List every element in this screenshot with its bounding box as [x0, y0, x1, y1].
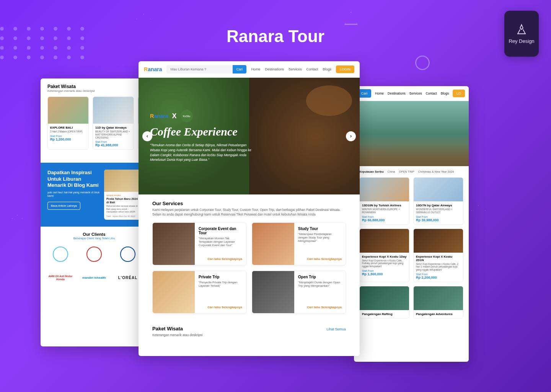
clients-sub: Beberapa Client Yang Telah Libu [46, 237, 142, 240]
service-desc: "Penyedia Private Trip dengan Layanan Te… [199, 281, 242, 305]
service-desc: "Menjelajahi Dunia dengan Open Trip yang… [298, 281, 342, 305]
pkg-card[interactable]: Pangalengan Adventures [413, 286, 463, 318]
login-button[interactable]: LOGIN [336, 65, 354, 73]
pkg-card[interactable]: 10D/7N by Qatar Airways WONDERFUL SWITZE… [413, 177, 463, 225]
service-image [252, 223, 294, 265]
carousel-next-button[interactable] [346, 131, 356, 141]
client-logo: L'ORÉAL [113, 268, 142, 287]
nav-services[interactable]: Services [289, 67, 302, 71]
clients-title: Our Clients [46, 232, 142, 237]
pkg-desc: WONDERFUL SWITZERLAND + SERAVALLE OUTLET [416, 208, 461, 214]
left-preview-card: Paket Wisata Keterangan menarik atau des… [41, 78, 148, 346]
blog-heading: Dapatkan Inspirasi Untuk Liburan Menarik… [47, 170, 99, 188]
hero-logo: Ranara [150, 113, 168, 119]
cat-item[interactable]: Christmas & New Year 2024 [418, 170, 454, 173]
service-image [153, 223, 195, 265]
client-logo: AHM Oli Asli Motor Honda [46, 268, 75, 287]
blog-excerpt: Rekomendasi tempat wisata di Bali yang s… [106, 205, 139, 214]
pkg-title: EXPLORE BALI [50, 126, 86, 129]
pkg-title: 11D by Qatar Airways [95, 126, 131, 129]
page-title: Ranara Tour [0, 27, 551, 46]
cat-item[interactable]: China [388, 170, 395, 173]
service-card[interactable]: Study Tour "Melampaui Pembelajaran denga… [252, 222, 346, 265]
client-logo [113, 245, 142, 264]
cat-item[interactable]: OPEN TRIP [399, 170, 414, 173]
pkg-card[interactable]: EXPLORE BALI 3 Hari 2 Malam [OPEN TRIP] … [47, 96, 89, 150]
cat-item[interactable]: Kepulauan Seribu [359, 170, 384, 173]
clients-section: Our Clients Beberapa Client Yang Telah L… [41, 227, 148, 293]
pkg-image [414, 178, 463, 201]
pkg-price: Rp 66,888,000 [362, 218, 407, 222]
pkg-title: Pangalengan Adventures [416, 312, 461, 316]
pkg-image [48, 97, 88, 124]
service-card[interactable]: Private Trip "Penyedia Private Trip deng… [152, 271, 246, 314]
blog-promo-band: Dapatkan Inspirasi Untuk Liburan Menarik… [41, 163, 148, 227]
services-sub: Kami melayani perjalanan untuk Corporate… [152, 208, 346, 217]
see-all-link[interactable]: Lihat Semua [326, 327, 346, 331]
logo[interactable]: Ranara [144, 66, 162, 72]
nav-contact[interactable]: Contact [425, 91, 437, 95]
pen-icon [516, 24, 527, 35]
badge-label: Rey Design [509, 38, 534, 44]
paket-sub: Keterangan menarik atau deskripsi [47, 89, 141, 93]
start-from-label: Start From [50, 135, 86, 137]
collab-x: X [172, 112, 176, 120]
pkg-image [414, 229, 463, 253]
pkg-desc: 3 Hari 2 Malam [OPEN TRIP] [50, 130, 86, 133]
pkg-desc: BEAUTY OF SWITZERLAND + MATTERHORN ALPIN… [95, 130, 131, 139]
learn-more-link[interactable]: Cari tahu Selengkapnya [298, 257, 342, 261]
pkg-card[interactable]: Experience Kopi X Kostu 1Day Seru! Kopi … [359, 229, 409, 282]
blog-tag: tempat wisata [106, 194, 139, 196]
nav-services[interactable]: Services [409, 91, 422, 95]
hero-title: Coffee Experience [150, 126, 257, 137]
service-title: Study Tour [298, 227, 342, 231]
pkg-price: Rp 39,988,000 [416, 218, 461, 222]
service-title: Private Trip [199, 275, 242, 279]
blog-card[interactable]: tempat wisata Pesta Tahun Baru 2024 di B… [104, 170, 141, 220]
search-button[interactable]: Cari [233, 65, 247, 74]
service-card[interactable]: Corporate Event dan Tour "Merayakan Mome… [152, 222, 246, 265]
pkg-desc: Seru! Kopi Experience x Kostu Cafe, 2 ha… [416, 263, 461, 271]
nav-bar: Ranara Cari Home Destinations Services C… [139, 61, 360, 78]
start-from-label: Start From [95, 140, 131, 143]
pkg-price: Rp 2,200,000 [416, 276, 461, 279]
rey-design-badge: Rey Design [504, 11, 539, 57]
nav-contact[interactable]: Contact [306, 67, 318, 71]
login-button[interactable]: LO [453, 90, 465, 97]
start-from-label: Start From [416, 216, 461, 218]
hero-image [354, 101, 469, 166]
pkg-price: Rp 1,200,000 [50, 137, 86, 141]
start-from-label: Start From [362, 216, 407, 218]
nav-home[interactable]: Home [251, 67, 260, 71]
pkg-title: 10D/7N by Qatar Airways [416, 204, 461, 207]
service-image [153, 271, 195, 313]
pkg-title: Experience Kopi X Kostu 1Day [362, 255, 407, 258]
client-logo [80, 245, 109, 264]
pkg-title: Pangalengan Rafting [362, 312, 407, 316]
pkg-image [414, 286, 463, 310]
blog-meta: Oleh : Admin Mon Oct 30 2023 [106, 215, 139, 217]
learn-more-link[interactable]: Cari tahu Selengkapnya [298, 305, 342, 309]
pkg-title: 13D10N by Turkish Airlines [362, 204, 407, 207]
nav-destinations[interactable]: Destinations [388, 91, 406, 95]
hero-carousel: Ranara X KoStu Coffee Experience "Temuka… [139, 78, 360, 194]
nav-blogs[interactable]: Blogs [323, 67, 331, 71]
search-input[interactable] [166, 65, 232, 74]
pkg-card[interactable]: Experience Kopi X Kostu 2D1N Seru! Kopi … [413, 229, 463, 282]
pkg-price: Rp 41,988,000 [95, 143, 131, 147]
client-logo [46, 245, 75, 264]
pkg-card[interactable]: Pangalengan Rafting [359, 286, 409, 318]
nav-home[interactable]: Home [375, 91, 384, 95]
kostu-badge: KoStu [181, 110, 193, 122]
nav-destinations[interactable]: Destinations [265, 67, 284, 71]
pkg-card[interactable]: 11D by Qatar Airways BEAUTY OF SWITZERLA… [93, 96, 134, 150]
learn-more-link[interactable]: Cari tahu Selengkapnya [199, 257, 242, 261]
pkg-card[interactable]: 13D10N by Turkish Airlines WINTER NORTHE… [359, 177, 409, 225]
read-articles-button[interactable]: Baca Article Lainnya [47, 202, 80, 210]
nav-blogs[interactable]: Blogs [441, 91, 449, 95]
service-card[interactable]: Open Trip "Menjelajahi Dunia dengan Open… [252, 271, 346, 314]
start-from-label: Start From [416, 273, 461, 276]
service-title: Open Trip [298, 275, 342, 279]
learn-more-link[interactable]: Cari tahu Selengkapnya [199, 305, 242, 309]
nav-bar: Cari Home Destinations Services Contact … [354, 86, 469, 101]
